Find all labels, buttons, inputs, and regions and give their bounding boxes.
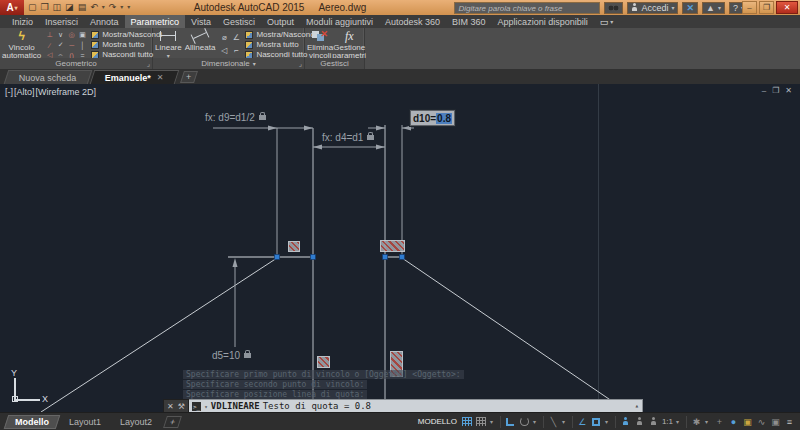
- constraint-badge[interactable]: [380, 240, 405, 252]
- signin-button[interactable]: Accedi ▾: [627, 2, 678, 14]
- geo-show-hide-button[interactable]: Mostra/Nascondi: [91, 30, 162, 39]
- osnap-dropdown-icon[interactable]: ▾: [605, 418, 611, 425]
- parallel-constraint-icon[interactable]: ∕: [44, 40, 55, 50]
- constraint-badge[interactable]: [317, 356, 330, 368]
- dimension-d5[interactable]: d5=10: [212, 350, 251, 361]
- vertical-constraint-icon[interactable]: │: [77, 40, 88, 50]
- annotation-visibility-icon[interactable]: [620, 416, 631, 428]
- delete-constraints-button[interactable]: ✕ Elimina vincoli: [307, 29, 333, 60]
- dimensionale-dialog-launcher-icon[interactable]: ⌟: [299, 60, 302, 68]
- search-input[interactable]: Digitare parola chiave o frase: [454, 2, 600, 14]
- drawing-canvas[interactable]: [-] [Alto] [Wireframe 2D] – ❐ ✕ fx: d9=d…: [0, 84, 800, 412]
- viewport-controls: [-] [Alto] [Wireframe 2D]: [5, 87, 97, 97]
- fix-constraint-icon[interactable]: ▣: [77, 30, 88, 40]
- new-drawing-tab-button[interactable]: +: [180, 71, 198, 83]
- isodraft-icon[interactable]: ╲: [548, 416, 559, 428]
- tab-inizio[interactable]: Inizio: [6, 15, 39, 28]
- search-button[interactable]: [604, 2, 623, 14]
- tab-output[interactable]: Output: [261, 15, 300, 28]
- geo-show-all-button[interactable]: Mostra tutto: [91, 40, 162, 49]
- window-controls: – ❐ ✕: [742, 1, 798, 14]
- coincident-constraint-icon[interactable]: ✓: [55, 40, 66, 50]
- perpendicular-constraint-icon[interactable]: ⊥: [44, 30, 55, 40]
- concentric-constraint-icon[interactable]: ◎: [66, 30, 77, 40]
- horizontal-constraint-icon[interactable]: ─: [66, 40, 77, 50]
- clean-screen-icon[interactable]: ▣: [770, 416, 781, 428]
- dimension-d9[interactable]: fx: d9=d1/2: [205, 112, 266, 123]
- viewport-view-control[interactable]: [Alto]: [14, 87, 35, 97]
- file-tab-nuova-scheda[interactable]: Nuova scheda: [4, 70, 92, 84]
- isolate-objects-icon[interactable]: ▣: [742, 416, 753, 428]
- model-space-label[interactable]: MODELLO: [418, 417, 457, 426]
- convert-constraint-icon[interactable]: ⌐: [230, 44, 242, 57]
- isodraft-dropdown-icon[interactable]: ▾: [562, 418, 568, 425]
- viewport-menu-control[interactable]: [-]: [5, 87, 13, 97]
- polar-tracking-icon[interactable]: [519, 416, 530, 428]
- viewport-visual-style-control[interactable]: [Wireframe 2D]: [36, 87, 97, 97]
- geometrico-dialog-launcher-icon[interactable]: ⌟: [147, 60, 150, 68]
- parameters-manager-button[interactable]: fx Gestione parametri: [334, 29, 364, 60]
- new-layout-button[interactable]: +: [163, 416, 182, 428]
- aligned-dimension-button[interactable]: Allineata: [185, 29, 216, 52]
- panel-title-dimensionale[interactable]: Dimensionale ▾: [153, 58, 304, 69]
- grid-toggle-icon[interactable]: [462, 416, 473, 428]
- dynamic-input-icon[interactable]: [591, 416, 602, 428]
- doc-restore-icon[interactable]: ❐: [772, 86, 779, 95]
- layout-tab-layout2[interactable]: Layout2: [110, 416, 162, 428]
- auto-constrain-button[interactable]: ϟ Vincolo automatico: [2, 29, 41, 60]
- close-button[interactable]: ✕: [776, 1, 798, 14]
- ortho-toggle-icon[interactable]: [505, 416, 516, 428]
- workspace-gear-icon[interactable]: ✱: [691, 416, 702, 428]
- ribbon-minimize-button[interactable]: ▭ ▾: [600, 15, 614, 28]
- restore-button[interactable]: ❐: [759, 1, 774, 14]
- workspace-dropdown-icon[interactable]: ▾: [705, 418, 711, 425]
- annotation-scale-value[interactable]: 1:1: [662, 417, 673, 426]
- snap-toggle-icon[interactable]: [476, 416, 487, 428]
- command-input[interactable]: >_ ▾ VDLINEARE Testo di quota = 0.8 ▴: [189, 399, 643, 412]
- d10-selected-value[interactable]: 0.8: [436, 113, 452, 124]
- recent-commands-icon[interactable]: ▾: [204, 403, 208, 410]
- snap-dropdown-icon[interactable]: ▾: [490, 418, 496, 425]
- osnap-tracking-icon[interactable]: ∠: [577, 416, 588, 428]
- tab-parametrico[interactable]: Parametrico: [125, 15, 186, 28]
- annotation-scale-icon[interactable]: [648, 416, 659, 428]
- tab-applicazioni-disponibili[interactable]: Applicazioni disponibili: [492, 15, 594, 28]
- close-tab-icon[interactable]: ✕: [156, 73, 163, 82]
- colinear-constraint-icon[interactable]: ∨: [55, 30, 66, 40]
- diameter-constraint-icon[interactable]: ◁: [218, 44, 230, 57]
- close-icon[interactable]: ✕: [167, 402, 174, 411]
- panel-title-gestisci[interactable]: Gestisci: [305, 58, 364, 69]
- layout-tab-layout1[interactable]: Layout1: [59, 416, 111, 428]
- panel-title-geometrico[interactable]: Geometrico: [0, 58, 152, 69]
- linear-dimension-button[interactable]: Lineare ▾: [155, 29, 182, 60]
- tab-annota[interactable]: Annota: [84, 15, 125, 28]
- tab-inserisci[interactable]: Inserisci: [39, 15, 84, 28]
- hardware-acceleration-icon[interactable]: ●: [728, 416, 739, 428]
- angular-constraint-icon[interactable]: ∠: [230, 31, 242, 44]
- customization-menu-icon[interactable]: ≡: [784, 416, 795, 428]
- minimize-button[interactable]: –: [742, 1, 757, 14]
- polar-dropdown-icon[interactable]: ▾: [533, 418, 539, 425]
- annotation-monitor-icon[interactable]: +: [714, 416, 725, 428]
- wrench-icon[interactable]: ⚒: [178, 402, 185, 411]
- command-expand-icon[interactable]: ▴: [635, 402, 639, 410]
- tab-moduli-aggiuntivi[interactable]: Moduli aggiuntivi: [300, 15, 379, 28]
- a360-button[interactable]: ▲ ▾: [702, 2, 725, 14]
- annotation-autoscale-icon[interactable]: [634, 416, 645, 428]
- radius-constraint-icon[interactable]: ⌀: [218, 31, 230, 44]
- doc-minimize-icon[interactable]: –: [762, 86, 766, 95]
- tab-vista[interactable]: Vista: [185, 15, 217, 28]
- dimension-d4[interactable]: fx: d4=d1: [322, 132, 374, 143]
- layout-tab-modello[interactable]: Modello: [4, 415, 61, 429]
- constraint-badge[interactable]: [288, 241, 300, 252]
- scale-dropdown-icon[interactable]: ▾: [676, 418, 682, 425]
- tab-gestisci[interactable]: Gestisci: [217, 15, 261, 28]
- show-all-icon: [91, 41, 99, 49]
- doc-close-icon[interactable]: ✕: [785, 86, 792, 95]
- tab-bim-360[interactable]: BIM 360: [446, 15, 492, 28]
- graphics-performance-icon[interactable]: ∿: [756, 416, 767, 428]
- file-tab-emanuele[interactable]: Emanuele* ✕: [89, 70, 178, 84]
- dimension-d10-edit-box[interactable]: d10=0.8: [410, 110, 455, 126]
- exchange-apps-button[interactable]: ✕: [682, 2, 698, 14]
- tab-autodesk-360[interactable]: Autodesk 360: [379, 15, 446, 28]
